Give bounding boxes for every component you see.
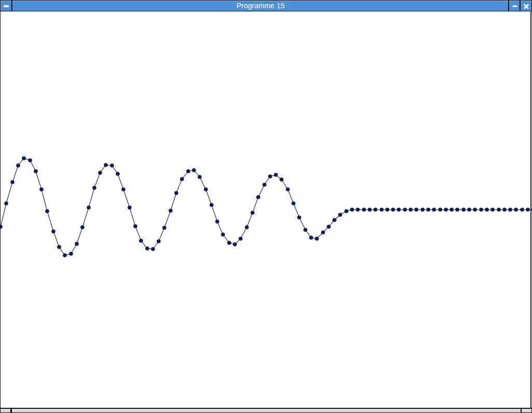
data-point-marker: [502, 208, 507, 212]
data-point-marker: [75, 242, 79, 246]
minimize-icon: [512, 5, 517, 7]
data-point-marker: [385, 208, 389, 212]
data-point-marker: [373, 208, 377, 212]
data-point-marker: [69, 252, 73, 256]
data-point-marker: [520, 208, 524, 212]
data-point-marker: [426, 208, 430, 212]
resize-handle-bottom[interactable]: [12, 409, 521, 412]
data-point-marker: [4, 201, 8, 205]
data-point-marker: [51, 229, 55, 233]
data-point-marker: [80, 225, 85, 229]
data-point-marker: [22, 156, 26, 160]
data-point-marker: [204, 187, 208, 191]
data-point-marker: [186, 169, 190, 173]
data-point-marker: [162, 226, 166, 230]
data-point-marker: [297, 215, 301, 219]
data-point-marker: [63, 253, 67, 257]
data-point-marker: [121, 187, 125, 191]
data-point-marker: [409, 208, 413, 212]
data-point-marker: [508, 208, 512, 212]
close-icon: [523, 3, 529, 9]
titlebar[interactable]: Programme 15: [0, 0, 532, 11]
data-point-marker: [145, 246, 149, 251]
data-point-marker: [180, 177, 184, 181]
data-point-marker: [104, 163, 108, 167]
data-point-marker: [397, 208, 401, 212]
window-title: Programme 15: [236, 1, 285, 11]
data-point-marker: [174, 191, 178, 195]
titlebar-title-area[interactable]: Programme 15: [12, 1, 508, 11]
data-point-marker: [57, 245, 61, 249]
data-point-marker: [327, 225, 331, 229]
data-point-marker: [362, 208, 366, 212]
data-point-marker: [34, 169, 38, 173]
data-point-marker: [479, 208, 483, 212]
window-menu-button[interactable]: [1, 1, 11, 11]
data-point-marker: [421, 208, 425, 212]
data-point-marker: [414, 208, 418, 212]
data-point-marker: [250, 211, 255, 215]
data-point-marker: [368, 208, 372, 212]
data-point-marker: [133, 224, 137, 228]
data-point-marker: [467, 208, 471, 212]
data-point-marker: [380, 208, 384, 212]
plot-area: [0, 11, 532, 408]
window-menu-icon: [4, 5, 9, 7]
data-point-marker: [45, 209, 49, 213]
minimize-button[interactable]: [509, 1, 520, 11]
data-point-marker: [151, 247, 155, 251]
close-button[interactable]: [521, 1, 531, 11]
data-point-marker: [227, 241, 231, 245]
window-border-left: [0, 11, 1, 408]
data-point-marker: [332, 218, 337, 222]
data-point-marker: [128, 205, 132, 210]
data-point-marker: [16, 163, 20, 168]
data-point-marker: [350, 208, 354, 212]
data-point-marker: [233, 242, 237, 246]
data-point-marker: [28, 158, 32, 162]
data-point-marker: [391, 208, 395, 212]
curve-markers: [0, 156, 532, 257]
plot-svg: [0, 11, 532, 408]
data-point-marker: [303, 228, 307, 232]
data-point-marker: [279, 177, 284, 182]
data-point-marker: [98, 171, 102, 175]
data-point-marker: [256, 195, 260, 199]
data-point-marker: [198, 175, 202, 179]
data-point-marker: [92, 186, 96, 190]
data-point-marker: [526, 208, 530, 212]
data-point-marker: [473, 208, 477, 212]
data-point-marker: [274, 173, 278, 177]
data-point-marker: [116, 172, 120, 176]
data-point-marker: [221, 232, 225, 237]
data-point-marker: [356, 208, 360, 212]
data-point-marker: [491, 208, 495, 212]
resize-bar: [0, 408, 532, 413]
data-point-marker: [10, 180, 15, 184]
resize-handle-bottom-left[interactable]: [1, 409, 10, 412]
data-point-marker: [245, 225, 249, 229]
data-point-marker: [450, 208, 454, 212]
data-point-marker: [286, 187, 290, 191]
data-point-marker: [192, 168, 196, 172]
data-point-marker: [455, 208, 459, 212]
data-point-marker: [432, 208, 436, 212]
data-point-marker: [268, 174, 272, 178]
data-point-marker: [215, 219, 219, 224]
data-point-marker: [321, 230, 325, 235]
data-point-marker: [338, 213, 342, 217]
data-point-marker: [39, 187, 44, 191]
data-point-marker: [157, 239, 161, 243]
curve-line: [1, 158, 532, 255]
data-point-marker: [169, 209, 173, 213]
data-point-marker: [87, 205, 91, 210]
data-point-marker: [497, 208, 501, 212]
data-point-marker: [344, 209, 348, 213]
data-point-marker: [291, 201, 296, 205]
data-point-marker: [315, 237, 319, 241]
data-point-marker: [485, 208, 489, 212]
data-point-marker: [444, 208, 448, 212]
resize-handle-bottom-right[interactable]: [522, 409, 531, 412]
window-border-right: [530, 11, 531, 408]
data-point-marker: [262, 183, 267, 187]
